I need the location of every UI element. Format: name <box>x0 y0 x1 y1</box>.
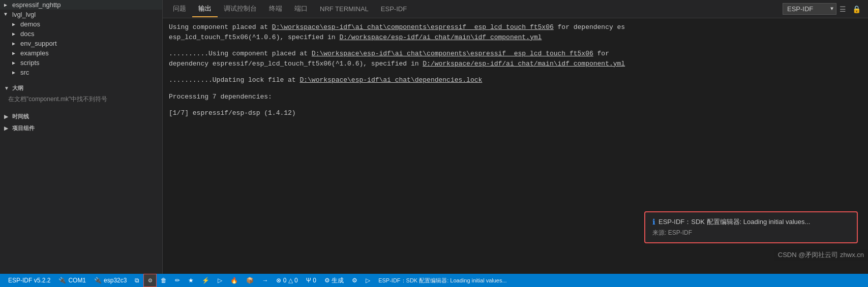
terminal-line: Processing 7 dependencies: <box>169 92 862 102</box>
notification-source: 来源: ESP-IDF <box>652 229 850 237</box>
status-debug-run[interactable]: ▷ <box>214 274 226 287</box>
run-icon: ▷ <box>366 277 370 284</box>
sidebar-item-label: lvgl_lvgl <box>12 11 36 18</box>
watermark: CSDN @矛闵社云司 zhwx.cn <box>774 249 868 261</box>
status-build[interactable]: ⚙ 生成 <box>320 274 348 287</box>
sidebar-section-project-comp[interactable]: ▶ 项目组件 <box>0 121 162 133</box>
blank-line <box>169 69 862 75</box>
blank-line <box>169 102 862 108</box>
arrow-icon: ▶ <box>4 125 12 131</box>
copy-icon: ⧉ <box>135 277 139 284</box>
status-gear-button[interactable]: ⚙ <box>143 274 157 287</box>
star-icon: ★ <box>188 277 194 284</box>
status-run[interactable]: ▷ <box>362 274 374 287</box>
tab-debug-console[interactable]: 调试控制台 <box>218 1 263 17</box>
wifi-label: Ψ 0 <box>306 277 316 284</box>
esp-idf-version-label: ESP-IDF v5.2.2 <box>8 277 50 284</box>
status-esp32c3[interactable]: 🔌 esp32c3 <box>90 274 131 287</box>
lock-icon-button[interactable]: 🔒 <box>849 3 864 15</box>
status-loading-label: ESP-IDF：SDK 配置编辑器: Loading initial value… <box>374 274 628 287</box>
sidebar-item-lvgl-lvgl[interactable]: ▼ lvgl_lvgl <box>0 10 162 19</box>
sidebar-item-demos[interactable]: ▶ demos <box>0 19 162 29</box>
arrow-right-icon: → <box>262 277 268 284</box>
terminal-line: ..........Using component placed at D:\w… <box>169 49 862 59</box>
tab-output[interactable]: 输出 <box>192 1 218 17</box>
status-copy[interactable]: ⧉ <box>131 274 143 287</box>
link[interactable]: D:/workspace/esp-idf/ai_chat/main\idf_co… <box>339 34 542 41</box>
sidebar-item-label: docs <box>20 30 34 38</box>
sidebar: ▶ espressif_nghttp ▼ lvgl_lvgl ▶ demos ▶… <box>0 0 163 274</box>
sidebar-item-examples[interactable]: ▶ examples <box>0 48 162 58</box>
link[interactable]: D:\workspace\esp-idf\ai_chat\components\… <box>272 23 554 31</box>
arrow-icon: ▶ <box>4 2 12 8</box>
tab-terminal[interactable]: 终端 <box>263 1 288 17</box>
output-source-dropdown-wrapper[interactable]: ESP-IDF IDF Monitor Build ▼ <box>783 3 836 15</box>
arrow-icon: ▶ <box>12 21 20 27</box>
terminal-line: dependency espressif/esp_lcd_touch_ft5x0… <box>169 59 862 69</box>
status-settings2[interactable]: ⚙ <box>348 274 362 287</box>
link[interactable]: D:\workspace\esp-idf\ai_chat\components\… <box>312 50 593 57</box>
sidebar-item-docs[interactable]: ▶ docs <box>0 29 162 39</box>
terminal-line: [1/7] espressif/esp-dsp (1.4.12) <box>169 108 862 118</box>
arrow-icon: ▼ <box>4 12 12 17</box>
notification-popup: ℹ ESP-IDF：SDK 配置编辑器: Loading initial val… <box>644 211 858 243</box>
status-box[interactable]: 📦 <box>242 274 258 287</box>
sidebar-item-label: demos <box>20 20 40 28</box>
gear-icon: ⚙ <box>148 276 153 284</box>
status-com1[interactable]: 🔌 COM1 <box>54 274 90 287</box>
build-label: ⚙ 生成 <box>324 276 344 285</box>
link[interactable]: D:/workspace/esp-idf/ai_chat/main\idf_co… <box>423 60 625 68</box>
esp32c3-label: esp32c3 <box>104 277 127 284</box>
info-icon: ℹ <box>652 217 655 227</box>
status-trash[interactable]: 🗑 <box>157 274 171 287</box>
arrow-icon: ▶ <box>12 41 20 47</box>
notification-message: ESP-IDF：SDK 配置编辑器: Loading initial value… <box>659 217 810 227</box>
settings2-icon: ⚙ <box>352 277 357 284</box>
section-label: 大纲 <box>12 84 23 92</box>
sidebar-section-outline[interactable]: ▼ 大纲 <box>0 81 162 93</box>
status-arrow-right[interactable]: → <box>258 274 272 287</box>
tab-problems[interactable]: 问题 <box>167 1 192 17</box>
debug-run-icon: ▷ <box>218 277 222 284</box>
fire-icon: 🔥 <box>230 277 238 284</box>
section-label: 时间线 <box>12 113 29 120</box>
tab-ports[interactable]: 端口 <box>288 1 314 17</box>
plug-icon: 🔌 <box>94 277 102 284</box>
arrow-icon: ▼ <box>4 85 12 91</box>
terminal-line: esp_lcd_touch_ft5x06(^1.0.6), specified … <box>169 33 862 43</box>
trash-icon: 🗑 <box>161 277 167 284</box>
link[interactable]: D:\workspace\esp-idf\ai_chat\dependencie… <box>300 76 482 84</box>
sidebar-item-label: src <box>20 69 29 76</box>
status-wifi[interactable]: Ψ 0 <box>302 274 320 287</box>
plug-icon: 🔌 <box>58 277 66 284</box>
errors-label: ⊗ 0 △ 0 <box>276 277 297 284</box>
flash-icon: ⚡ <box>202 277 209 284</box>
sidebar-section-timeline[interactable]: ▶ 时间线 <box>0 110 162 121</box>
sidebar-item-label: examples <box>20 49 49 57</box>
output-source-dropdown[interactable]: ESP-IDF IDF Monitor Build <box>783 3 836 15</box>
sidebar-content: ▶ espressif_nghttp ▼ lvgl_lvgl ▶ demos ▶… <box>0 0 162 274</box>
arrow-icon: ▶ <box>12 31 20 37</box>
terminal-line: Using component placed at D:\workspace\e… <box>169 22 862 33</box>
tab-nrf-terminal[interactable]: NRF TERMINAL <box>314 2 375 17</box>
sidebar-item-env-support[interactable]: ▶ env_support <box>0 39 162 48</box>
tab-bar: 问题 输出 调试控制台 终端 端口 NRF TERMINAL ESP-IDF <box>163 0 868 18</box>
blank-line <box>169 85 862 92</box>
sidebar-item-espressif-nghttp[interactable]: ▶ espressif_nghttp <box>0 0 162 10</box>
status-star[interactable]: ★ <box>184 274 198 287</box>
sidebar-item-label: env_support <box>20 40 57 47</box>
status-esp-idf-version[interactable]: ESP-IDF v5.2.2 <box>4 274 54 287</box>
terminal-line: ...........Updating lock file at D:\work… <box>169 75 862 85</box>
status-bar: ESP-IDF v5.2.2 🔌 COM1 🔌 esp32c3 ⧉ ⚙ 🗑 ✏ … <box>0 274 868 287</box>
sidebar-item-scripts[interactable]: ▶ scripts <box>0 58 162 68</box>
status-edit[interactable]: ✏ <box>171 274 184 287</box>
blank-line <box>169 42 862 49</box>
status-errors[interactable]: ⊗ 0 △ 0 <box>272 274 302 287</box>
tab-esp-idf[interactable]: ESP-IDF <box>375 2 413 17</box>
sidebar-item-src[interactable]: ▶ src <box>0 68 162 77</box>
arrow-icon: ▶ <box>12 50 20 56</box>
status-flash[interactable]: ⚡ <box>198 274 214 287</box>
arrow-icon: ▶ <box>12 60 20 66</box>
list-icon-button[interactable]: ☰ <box>836 3 849 15</box>
status-fire[interactable]: 🔥 <box>226 274 242 287</box>
